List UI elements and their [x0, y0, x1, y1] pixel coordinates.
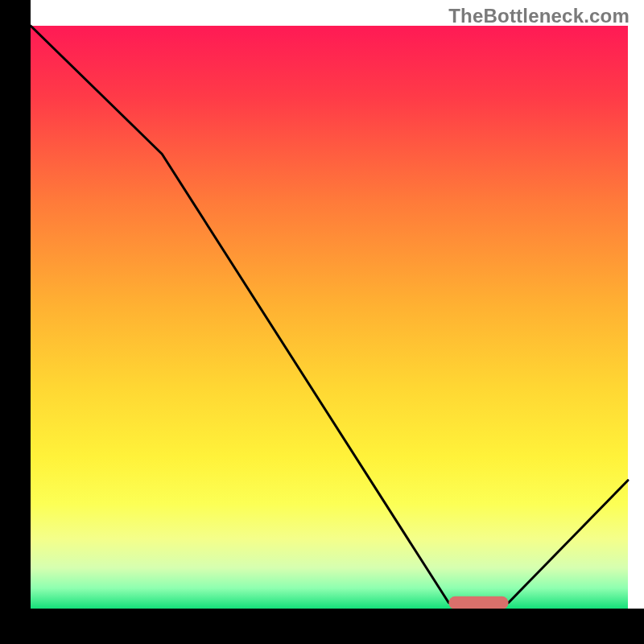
y-axis-band: [0, 0, 31, 644]
x-axis-band: [0, 609, 644, 644]
plot-area: [31, 26, 628, 609]
watermark-label: TheBottleneck.com: [448, 5, 630, 27]
optimal-zone-marker: [448, 597, 508, 609]
chart-container: TheBottleneck.com: [0, 0, 644, 644]
bottleneck-chart: [0, 0, 644, 644]
